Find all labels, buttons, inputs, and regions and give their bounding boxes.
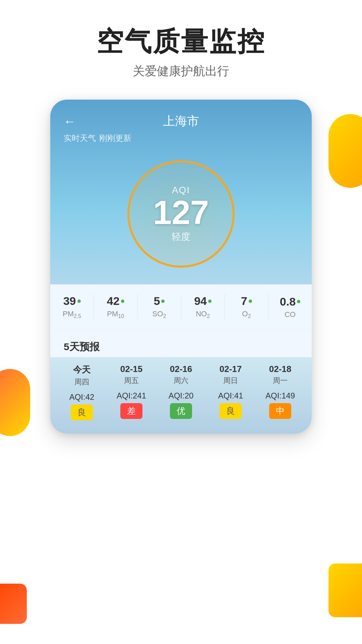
metric-name-5: CO [272, 310, 308, 319]
metric-name-3: NO2 [185, 310, 221, 319]
forecast-secondary-4: 周一 [255, 376, 305, 386]
phone-mockup: ← 上海市 实时天气 刚刚更新 AQI 127 轻度 [50, 100, 312, 434]
page-header: 空气质量监控 关爱健康护航出行 [0, 0, 362, 93]
forecast-aqi-2: AQI:20 [156, 391, 206, 400]
metric-name-2: SO2 [141, 310, 177, 319]
back-button[interactable]: ← [64, 114, 76, 128]
forecast-day-3: 02-17周日AQI:41良 [206, 364, 255, 420]
forecast-secondary-2: 周六 [156, 376, 206, 386]
metric-item-1: 42PM10 [94, 294, 137, 319]
metric-dot-1 [121, 300, 124, 303]
forecast-aqi-4: AQI:149 [255, 391, 305, 400]
aqi-value: 127 [153, 196, 209, 229]
forecast-secondary-0: 周四 [57, 377, 107, 387]
metric-value-2: 5 [154, 294, 160, 308]
forecast-header: 5天预报 [50, 330, 312, 357]
deco-circle-bottom-left [0, 369, 30, 436]
status-label: 实时天气 [64, 133, 96, 144]
app-top-section: ← 上海市 实时天气 刚刚更新 AQI 127 轻度 [50, 100, 312, 284]
forecast-day-0: 今天周四AQI:42良 [57, 364, 107, 420]
page-title: 空气质量监控 [0, 27, 362, 56]
aqi-description: 轻度 [153, 230, 209, 243]
nav-bar: ← 上海市 [50, 100, 312, 133]
forecast-secondary-3: 周日 [206, 376, 255, 386]
forecast-day-2: 02-16周六AQI:20优 [156, 364, 206, 420]
forecast-secondary-1: 周五 [107, 376, 156, 386]
page-subtitle: 关爱健康护航出行 [0, 63, 362, 79]
status-update: 刚刚更新 [99, 133, 131, 144]
metric-dot-3 [208, 300, 212, 303]
metric-item-2: 5SO2 [137, 294, 181, 319]
aqi-circle: AQI 127 轻度 [127, 160, 235, 268]
app-screen: ← 上海市 实时天气 刚刚更新 AQI 127 轻度 [50, 100, 312, 434]
metrics-bar: 39PM2.542PM105SO294NO27O20.8CO [50, 284, 312, 329]
forecast-day-1: 02-15周五AQI:241差 [107, 364, 156, 420]
metric-item-0: 39PM2.5 [50, 294, 94, 319]
metric-item-3: 94NO2 [181, 294, 225, 319]
metric-dot-4 [249, 300, 252, 303]
metric-value-0: 39 [63, 294, 76, 308]
forecast-primary-1: 02-15 [107, 364, 156, 374]
aqi-section: AQI 127 轻度 [50, 150, 312, 284]
forecast-primary-3: 02-17 [206, 364, 255, 374]
metric-value-4: 7 [241, 294, 247, 308]
metric-dot-2 [161, 300, 165, 303]
deco-rect-bottom-left2 [0, 584, 27, 624]
forecast-badge-3: 良 [220, 403, 242, 419]
metric-dot-5 [297, 300, 300, 303]
forecast-badge-2: 优 [170, 403, 192, 419]
metric-name-1: PM10 [97, 310, 134, 319]
forecast-badge-4: 中 [269, 403, 291, 419]
metric-name-0: PM2.5 [54, 310, 90, 319]
forecast-aqi-0: AQI:42 [57, 392, 107, 402]
status-bar: 实时天气 刚刚更新 [50, 133, 312, 150]
metric-value-5: 0.8 [280, 295, 296, 308]
metric-name-4: O2 [228, 310, 265, 319]
forecast-section: 5天预报 今天周四AQI:42良02-15周五AQI:241差02-16周六AQ… [50, 330, 312, 434]
forecast-badge-1: 差 [120, 403, 142, 419]
forecast-badge-0: 良 [71, 405, 93, 420]
forecast-aqi-1: AQI:241 [107, 391, 156, 400]
forecast-primary-0: 今天 [57, 364, 107, 376]
deco-circle-top-right [328, 114, 362, 188]
metric-item-4: 7O2 [225, 294, 268, 319]
metric-dot-0 [77, 300, 81, 303]
city-title: 上海市 [163, 113, 199, 129]
metric-value-3: 94 [194, 294, 207, 308]
forecast-aqi-3: AQI:41 [206, 391, 255, 400]
forecast-day-4: 02-18周一AQI:149中 [255, 364, 305, 420]
forecast-grid: 今天周四AQI:42良02-15周五AQI:241差02-16周六AQI:20优… [50, 357, 312, 434]
aqi-display: AQI 127 轻度 [153, 185, 209, 243]
forecast-primary-2: 02-16 [156, 364, 206, 374]
deco-rect-bottom-right [328, 564, 362, 617]
metric-item-5: 0.8CO [268, 295, 312, 319]
metric-value-1: 42 [107, 294, 120, 308]
forecast-primary-4: 02-18 [255, 364, 305, 374]
